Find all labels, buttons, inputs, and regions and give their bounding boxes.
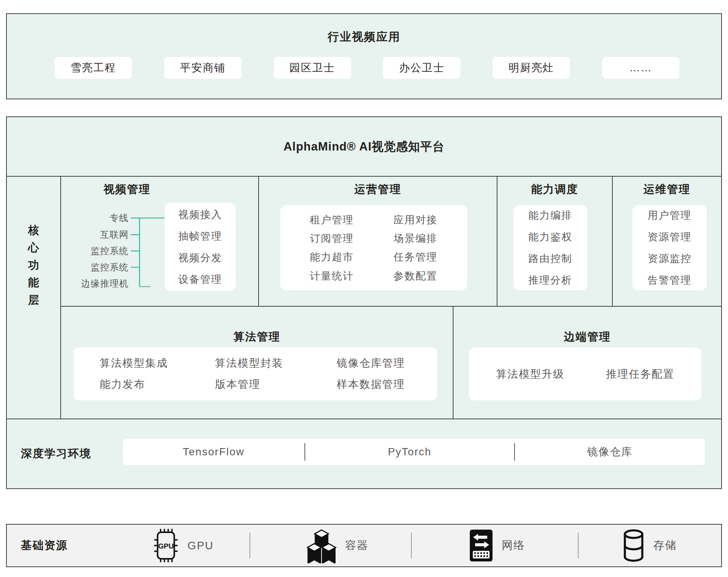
capability-function: 能力编排 — [529, 209, 573, 222]
industry-apps-row: 雪亮工程 平安商铺 园区卫士 办公卫士 明厨亮灶 …… — [7, 57, 721, 79]
svg-text:GPU: GPU — [158, 542, 174, 550]
app-chip-more: …… — [602, 57, 679, 79]
edge-function: 推理任务配置 — [606, 367, 675, 381]
om-function: 资源监控 — [648, 252, 692, 265]
algo-mgmt-title: 算法管理 — [61, 329, 453, 345]
dl-framework: TensorFlow — [123, 446, 304, 458]
app-chip: 雪亮工程 — [55, 57, 132, 79]
module-edge-mgmt: 边端管理 算法模型升级 推理任务配置 — [453, 307, 721, 418]
video-source: 监控系统 — [61, 245, 129, 257]
deep-learning-env-row: 深度学习环境 TensorFlow PyTorch 镜像仓库 — [7, 419, 721, 488]
app-chip: 平安商铺 — [164, 57, 242, 79]
industry-apps-title: 行业视频应用 — [7, 29, 721, 45]
dl-framework: 镜像仓库 — [515, 445, 705, 459]
infra-item-label: 容器 — [345, 538, 369, 553]
algo-function: 能力发布 — [100, 377, 215, 392]
module-ops-mgmt: 运营管理 租户管理 应用对接 订阅管理 场景编排 能力超市 任务管理 计量统计 … — [259, 177, 497, 306]
capability-function: 推理分析 — [529, 273, 573, 287]
industry-apps-panel: 行业视频应用 雪亮工程 平安商铺 园区卫士 办公卫士 明厨亮灶 …… — [6, 13, 722, 99]
core-function-area: 核心功能层 视频管理 — [7, 177, 721, 419]
ops-function: 计量统计 — [310, 269, 354, 283]
ops-function: 订阅管理 — [310, 232, 354, 245]
module-capability-sched: 能力调度 能力编排 能力鉴权 路由控制 推理分析 — [497, 177, 613, 306]
infra-item-storage: 存储 — [621, 528, 677, 563]
capability-functions-card: 能力编排 能力鉴权 路由控制 推理分析 — [513, 205, 587, 290]
infra-item-label: 存储 — [653, 538, 677, 553]
edge-mgmt-title: 边端管理 — [453, 329, 721, 345]
edge-function: 算法模型升级 — [496, 367, 565, 381]
ops-function: 应用对接 — [394, 213, 438, 227]
deep-learning-env-bar: TensorFlow PyTorch 镜像仓库 — [123, 439, 705, 465]
om-mgmt-title: 运维管理 — [613, 182, 721, 197]
module-algo-mgmt: 算法管理 算法模型集成 算法模型封装 镜像仓库管理 能力发布 版本管理 样本数据… — [61, 307, 453, 418]
video-source: 监控系统 — [61, 262, 129, 273]
algo-function: 版本管理 — [215, 377, 337, 392]
ops-function: 任务管理 — [394, 250, 438, 264]
video-function: 视频分发 — [178, 251, 222, 265]
divider — [578, 533, 579, 558]
video-functions-card: 视频接入 抽帧管理 视频分发 设备管理 — [165, 203, 236, 291]
video-function: 抽帧管理 — [178, 229, 222, 243]
ops-functions-card: 租户管理 应用对接 订阅管理 场景编排 能力超市 任务管理 计量统计 参数配置 — [280, 205, 467, 290]
infra-panel: 基础资源 GPU GPU — [6, 524, 722, 567]
deep-learning-env-label: 深度学习环境 — [21, 446, 91, 461]
ops-function: 能力超市 — [310, 250, 354, 264]
om-function: 资源管理 — [648, 230, 692, 244]
gpu-chip-icon: GPU — [152, 528, 180, 563]
om-functions-card: 用户管理 资源管理 资源监控 告警管理 — [632, 205, 707, 290]
algo-function: 算法模型封装 — [215, 356, 337, 370]
storage-database-icon — [621, 528, 646, 563]
om-function: 告警管理 — [648, 273, 692, 287]
algo-functions-card: 算法模型集成 算法模型封装 镜像仓库管理 能力发布 版本管理 样本数据管理 — [74, 347, 437, 400]
infra-label: 基础资源 — [21, 538, 68, 553]
video-source: 专线 — [61, 212, 129, 224]
ops-mgmt-title: 运营管理 — [259, 182, 497, 197]
algo-function: 样本数据管理 — [337, 377, 437, 392]
container-cubes-icon — [306, 528, 337, 563]
app-chip: 办公卫士 — [383, 57, 460, 79]
video-source: 边缘推理机 — [61, 278, 129, 289]
app-chip: 明厨亮灶 — [493, 57, 570, 79]
ops-function: 场景编排 — [394, 232, 438, 245]
divider — [411, 533, 412, 558]
algo-function: 镜像仓库管理 — [337, 356, 437, 370]
capability-function: 能力鉴权 — [529, 230, 573, 244]
edge-functions-card: 算法模型升级 推理任务配置 — [469, 348, 701, 400]
infra-item-gpu: GPU GPU — [152, 528, 214, 563]
core-layer-sidebar: 核心功能层 — [7, 177, 61, 418]
infra-item-label: 网络 — [502, 538, 525, 553]
capability-function: 路由控制 — [529, 252, 573, 265]
algo-function: 算法模型集成 — [100, 356, 215, 370]
architecture-diagram: 行业视频应用 雪亮工程 平安商铺 园区卫士 办公卫士 明厨亮灶 …… Alpha… — [0, 0, 728, 577]
platform-title: AlphaMind® AI视觉感知平台 — [7, 117, 721, 177]
video-function: 设备管理 — [178, 273, 222, 286]
module-row-top: 视频管理 专线 互联网 监控系统 监控系统 — [61, 177, 721, 307]
platform-panel: AlphaMind® AI视觉感知平台 核心功能层 视频管理 — [6, 116, 722, 489]
ops-function: 参数配置 — [394, 269, 438, 283]
core-layer-label: 核心功能层 — [28, 221, 39, 309]
capability-sched-title: 能力调度 — [497, 182, 612, 197]
network-switch-icon — [468, 528, 494, 563]
infra-item-network: 网络 — [468, 528, 525, 563]
app-chip: 园区卫士 — [274, 57, 351, 79]
divider — [249, 533, 250, 558]
module-om-mgmt: 运维管理 用户管理 资源管理 资源监控 告警管理 — [613, 177, 721, 306]
om-function: 用户管理 — [648, 209, 692, 222]
ops-function: 租户管理 — [310, 213, 354, 227]
dl-framework: PyTorch — [305, 446, 514, 458]
module-row-bottom: 算法管理 算法模型集成 算法模型封装 镜像仓库管理 能力发布 版本管理 样本数据… — [61, 307, 721, 418]
video-source: 互联网 — [61, 229, 129, 240]
module-video-mgmt: 视频管理 专线 互联网 监控系统 监控系统 — [61, 177, 259, 306]
infra-item-label: GPU — [188, 539, 214, 552]
infra-item-container: 容器 — [306, 528, 369, 563]
video-function: 视频接入 — [178, 208, 222, 221]
